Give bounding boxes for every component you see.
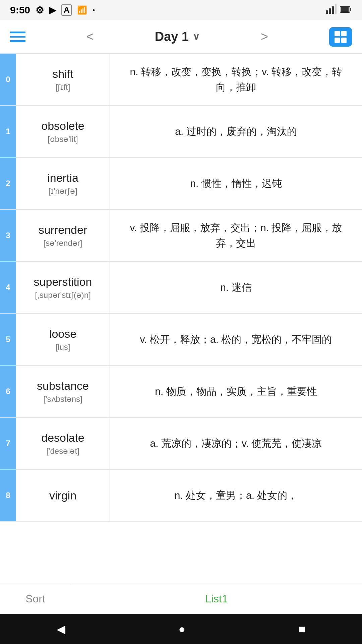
word-english: desolate [41,431,84,444]
row-word: desolate ['desələt] [16,418,110,469]
recents-button[interactable]: ■ [299,623,306,636]
day-title-text: Day 1 [155,30,189,44]
word-phonetic: [ˌsupər'stɪʃ(ə)n] [35,290,91,300]
word-row[interactable]: 1 obsolete [ɑbsə'lit] a. 过时的，废弃的，淘汰的 [0,106,362,158]
row-word: loose [lus] [16,314,110,365]
status-left: 9:50 ⚙ ▶ A 📶 • [10,4,95,16]
row-word: obsolete [ɑbsə'lit] [16,106,110,157]
word-english: substance [37,379,89,392]
signal-icon [326,4,337,16]
status-right [326,4,352,16]
row-word: superstition [ˌsupər'stɪʃ(ə)n] [16,262,110,313]
row-definition: n. 惯性，惰性，迟钝 [110,158,362,209]
row-index: 0 [0,54,16,105]
android-nav-bar: ◀ ● ■ [0,614,362,644]
nav-bar: < Day 1 ∨ > [0,20,362,54]
row-word: substance ['sʌbstəns] [16,366,110,417]
back-button[interactable]: ◀ [57,622,65,636]
menu-icon[interactable] [10,32,25,42]
sort-tab[interactable]: Sort [0,584,71,614]
prev-arrow[interactable]: < [81,28,99,46]
dot-icon: • [93,7,95,14]
row-word: virgin [16,470,110,521]
status-bar: 9:50 ⚙ ▶ A 📶 • [0,0,362,20]
svg-rect-7 [335,31,340,36]
row-definition: v. 松开，释放；a. 松的，宽松的，不牢固的 [110,314,362,365]
status-time: 9:50 [10,4,30,16]
row-definition: n. 迷信 [110,262,362,313]
svg-rect-3 [335,4,337,14]
word-english: loose [49,327,76,340]
row-word: surrender [sə'rendər] [16,210,110,261]
row-definition: a. 过时的，废弃的，淘汰的 [110,106,362,157]
word-english: obsolete [41,119,84,132]
word-english: surrender [39,223,87,236]
battery-icon [340,5,352,15]
play-icon: ▶ [49,5,56,15]
row-word: inertia [ɪ'nərʃə] [16,158,110,209]
word-row[interactable]: 5 loose [lus] v. 松开，释放；a. 松的，宽松的，不牢固的 [0,314,362,366]
row-definition: a. 荒凉的，凄凉的；v. 使荒芜，使凄凉 [110,418,362,469]
row-index: 2 [0,158,16,209]
row-index: 3 [0,210,16,261]
word-english: superstition [34,275,92,288]
row-definition: n. 处女，童男；a. 处女的， [110,470,362,521]
word-row[interactable]: 8 virgin n. 处女，童男；a. 处女的， [0,470,362,522]
word-phonetic: [ɑbsə'lit] [48,135,78,144]
wifi-icon: 📶 [77,5,87,15]
grid-view-button[interactable] [329,27,352,47]
svg-rect-0 [326,10,328,14]
row-index: 8 [0,470,16,521]
word-row[interactable]: 0 shift [ʃɪft] n. 转移，改变，变换，转换；v. 转移，改变，转… [0,54,362,106]
word-list: 0 shift [ʃɪft] n. 转移，改变，变换，转换；v. 转移，改变，转… [0,54,362,584]
row-index: 5 [0,314,16,365]
next-arrow[interactable]: > [256,28,273,46]
home-button[interactable]: ● [178,623,185,636]
font-icon: A [61,4,72,16]
word-english: shift [52,67,73,80]
svg-rect-8 [341,31,347,36]
word-phonetic: [lus] [55,342,70,352]
row-definition: n. 物质，物品，实质，主旨，重要性 [110,366,362,417]
svg-rect-1 [329,8,331,14]
row-word: shift [ʃɪft] [16,54,110,105]
row-index: 4 [0,262,16,313]
row-index: 1 [0,106,16,157]
gear-icon: ⚙ [36,5,44,16]
word-row[interactable]: 6 substance ['sʌbstəns] n. 物质，物品，实质，主旨，重… [0,366,362,418]
row-index: 7 [0,418,16,469]
word-phonetic: [ɪ'nərʃə] [48,186,77,196]
svg-rect-5 [350,8,351,11]
svg-rect-9 [335,38,340,43]
word-phonetic: [ʃɪft] [56,83,70,92]
svg-rect-6 [341,7,349,12]
row-definition: n. 转移，改变，变换，转换；v. 转移，改变，转向，推卸 [110,54,362,105]
nav-arrows: < [81,28,99,46]
list1-tab[interactable]: List1 [71,584,362,614]
word-english: inertia [47,171,78,184]
bottom-tab-bar: Sort List1 [0,584,362,614]
nav-title[interactable]: Day 1 ∨ [155,30,200,44]
svg-rect-10 [341,38,347,43]
word-row[interactable]: 2 inertia [ɪ'nərʃə] n. 惯性，惰性，迟钝 [0,158,362,210]
word-english: virgin [49,489,76,502]
word-phonetic: [sə'rendər] [44,238,82,248]
nav-arrows-right: > [256,28,273,46]
row-definition: v. 投降，屈服，放弃，交出；n. 投降，屈服，放弃，交出 [110,210,362,261]
word-phonetic: ['sʌbstəns] [43,394,82,404]
svg-rect-2 [332,6,334,14]
chevron-down-icon: ∨ [193,31,200,42]
word-row[interactable]: 7 desolate ['desələt] a. 荒凉的，凄凉的；v. 使荒芜，… [0,418,362,470]
row-index: 6 [0,366,16,417]
word-row[interactable]: 4 superstition [ˌsupər'stɪʃ(ə)n] n. 迷信 [0,262,362,314]
word-row[interactable]: 3 surrender [sə'rendər] v. 投降，屈服，放弃，交出；n… [0,210,362,262]
word-phonetic: ['desələt] [46,446,79,456]
